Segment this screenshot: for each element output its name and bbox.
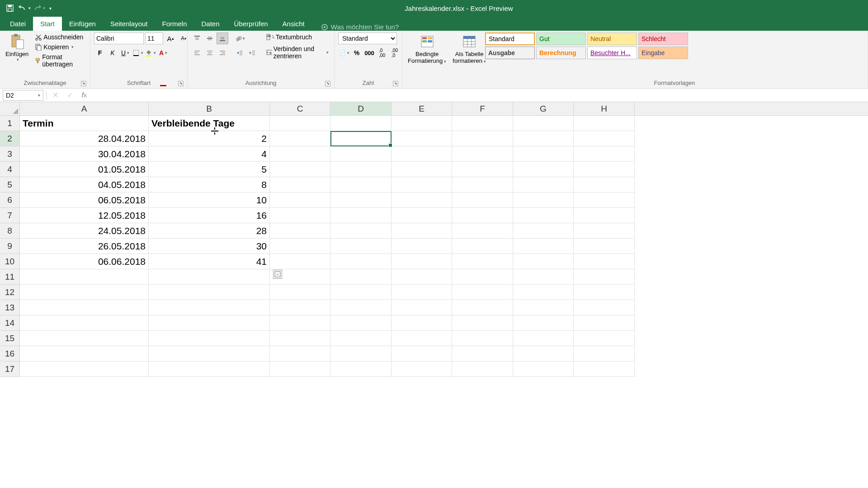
- cell-H16[interactable]: [574, 346, 635, 361]
- row-header-11[interactable]: 11: [0, 269, 20, 285]
- cancel-formula-button[interactable]: ✕: [49, 90, 61, 101]
- font-color-button[interactable]: A▾: [157, 47, 169, 59]
- accounting-format-button[interactable]: 📄▾: [338, 47, 350, 59]
- cell-B6[interactable]: 10: [149, 192, 270, 208]
- decrease-indent-button[interactable]: [234, 47, 245, 59]
- cell-C1[interactable]: [270, 116, 330, 131]
- cell-B16[interactable]: [149, 346, 270, 361]
- cell-E3[interactable]: [392, 146, 452, 162]
- cell-F15[interactable]: [452, 331, 513, 346]
- column-header-A[interactable]: A: [20, 102, 149, 115]
- underline-button[interactable]: U▾: [119, 47, 131, 59]
- align-right-button[interactable]: [217, 47, 228, 59]
- cell-G5[interactable]: [513, 177, 574, 192]
- tab-überprüfen[interactable]: Überprüfen: [227, 17, 275, 31]
- border-button[interactable]: ▾: [132, 47, 144, 59]
- cell-D16[interactable]: [330, 346, 392, 361]
- fill-color-button[interactable]: ▾: [145, 47, 156, 59]
- cell-F1[interactable]: [452, 116, 513, 131]
- bold-button[interactable]: F: [94, 47, 106, 59]
- merge-center-button[interactable]: aVerbinden und zentrieren▾: [264, 44, 330, 61]
- align-top-button[interactable]: [191, 33, 203, 44]
- cell-A5[interactable]: 04.05.2018: [20, 177, 149, 192]
- cell-E10[interactable]: [392, 254, 452, 269]
- cell-E7[interactable]: [392, 208, 452, 223]
- tell-me-search[interactable]: Was möchten Sie tun?: [321, 23, 399, 31]
- cell-F6[interactable]: [452, 192, 513, 208]
- cell-F4[interactable]: [452, 162, 513, 177]
- row-header-16[interactable]: 16: [0, 346, 20, 361]
- cell-H15[interactable]: [574, 331, 635, 346]
- number-expand[interactable]: ⬊: [393, 81, 398, 86]
- tab-seitenlayout[interactable]: Seitenlayout: [103, 17, 155, 31]
- cell-H17[interactable]: [574, 361, 635, 377]
- orientation-button[interactable]: ab▾: [234, 33, 245, 44]
- undo-button[interactable]: ▾: [18, 2, 31, 14]
- cell-A13[interactable]: [20, 300, 149, 315]
- font-size-select[interactable]: [145, 33, 163, 44]
- cell-style-besuchter[interactable]: Besuchter H...: [587, 47, 637, 59]
- cell-A8[interactable]: 24.05.2018: [20, 223, 149, 239]
- cell-E13[interactable]: [392, 300, 452, 315]
- row-header-4[interactable]: 4: [0, 162, 20, 177]
- cell-D15[interactable]: [330, 331, 392, 346]
- cell-B3[interactable]: 4: [149, 146, 270, 162]
- cell-E11[interactable]: [392, 269, 452, 285]
- font-name-select[interactable]: [94, 33, 144, 44]
- tab-ansicht[interactable]: Ansicht: [275, 17, 312, 31]
- cell-B8[interactable]: 28: [149, 223, 270, 239]
- cell-D10[interactable]: [330, 254, 392, 269]
- name-box[interactable]: D2▾: [3, 90, 43, 101]
- format-painter-button[interactable]: Format übertragen: [33, 52, 86, 69]
- cell-G14[interactable]: [513, 315, 574, 331]
- cell-A14[interactable]: [20, 315, 149, 331]
- cell-C3[interactable]: [270, 146, 330, 162]
- increase-font-button[interactable]: A▴: [165, 33, 176, 44]
- cell-style-neutral[interactable]: Neutral: [587, 33, 637, 45]
- cell-A16[interactable]: [20, 346, 149, 361]
- cell-H13[interactable]: [574, 300, 635, 315]
- cell-H5[interactable]: [574, 177, 635, 192]
- row-header-5[interactable]: 5: [0, 177, 20, 192]
- row-header-10[interactable]: 10: [0, 254, 20, 269]
- tab-daten[interactable]: Daten: [194, 17, 227, 31]
- cell-B4[interactable]: 5: [149, 162, 270, 177]
- cut-button[interactable]: Ausschneiden: [33, 33, 86, 42]
- column-header-D[interactable]: D: [330, 102, 392, 115]
- cell-F14[interactable]: [452, 315, 513, 331]
- cell-A12[interactable]: [20, 285, 149, 300]
- cell-E12[interactable]: [392, 285, 452, 300]
- cell-C9[interactable]: [270, 239, 330, 254]
- column-header-F[interactable]: F: [452, 102, 513, 115]
- row-header-17[interactable]: 17: [0, 361, 20, 377]
- cell-F8[interactable]: [452, 223, 513, 239]
- cell-style-schlecht[interactable]: Schlecht: [638, 33, 688, 45]
- cell-F10[interactable]: [452, 254, 513, 269]
- cell-G9[interactable]: [513, 239, 574, 254]
- autofill-options-icon[interactable]: [273, 270, 282, 279]
- cell-B12[interactable]: [149, 285, 270, 300]
- cell-F2[interactable]: [452, 131, 513, 146]
- align-left-button[interactable]: [191, 47, 203, 59]
- cell-C7[interactable]: [270, 208, 330, 223]
- cell-A1[interactable]: Termin: [20, 116, 149, 131]
- cell-E14[interactable]: [392, 315, 452, 331]
- cell-A3[interactable]: 30.04.2018: [20, 146, 149, 162]
- cell-G1[interactable]: [513, 116, 574, 131]
- cell-E4[interactable]: [392, 162, 452, 177]
- cell-H2[interactable]: [574, 131, 635, 146]
- cell-D13[interactable]: [330, 300, 392, 315]
- cell-H9[interactable]: [574, 239, 635, 254]
- cell-H8[interactable]: [574, 223, 635, 239]
- wrap-text-button[interactable]: abTextumbruch: [264, 33, 330, 42]
- tab-formeln[interactable]: Formeln: [155, 17, 194, 31]
- cell-B10[interactable]: 41: [149, 254, 270, 269]
- cell-C2[interactable]: [270, 131, 330, 146]
- cell-F12[interactable]: [452, 285, 513, 300]
- cell-G11[interactable]: [513, 269, 574, 285]
- cell-G16[interactable]: [513, 346, 574, 361]
- cell-D2[interactable]: [330, 131, 392, 146]
- clipboard-expand[interactable]: ⬊: [81, 81, 86, 86]
- formula-input[interactable]: [93, 90, 865, 101]
- row-header-1[interactable]: 1: [0, 116, 20, 131]
